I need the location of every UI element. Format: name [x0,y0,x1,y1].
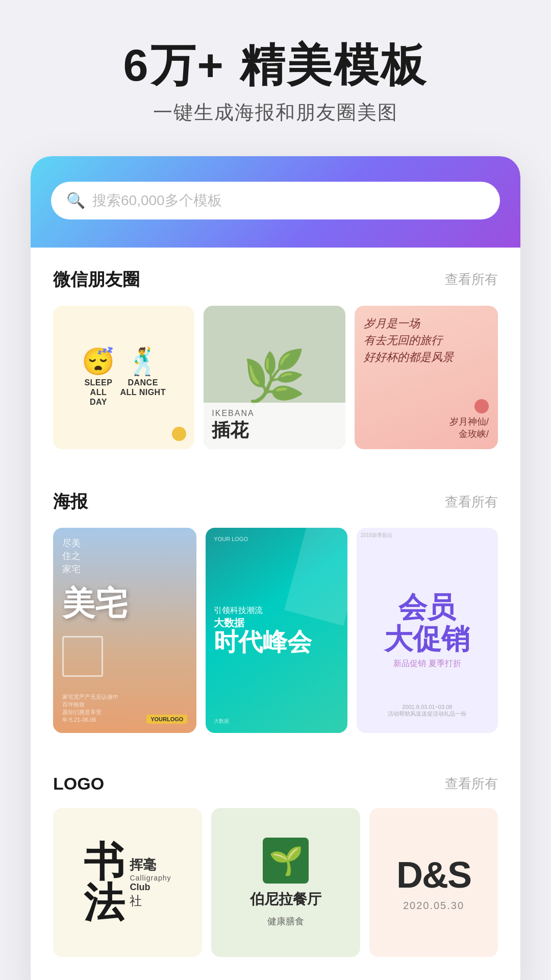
member-sub: 新品促销 夏季打折 [393,658,461,669]
wechat-section-title: 微信朋友圈 [53,268,140,291]
dance-character: 🕺 DANCEALL NIGHT [120,348,166,397]
app-card: 🔍 搜索60,000多个模板 微信朋友圈 查看所有 😴 SLEEPALLDAY [31,156,520,980]
calli-en1: Calligraphy [130,874,171,882]
poster-card-meizhai[interactable]: 尽美 住之 家宅 美宅 家宅宽严产无后认做中 百坪格致 愿你们惠意享受 [53,528,196,733]
meizhai-small-text: 家宅宽严产无后认做中 百坪格致 愿你们惠意享受 年·5.21-06.06 [62,693,118,724]
search-icon: 🔍 [66,191,85,209]
wechat-cards-row: 😴 SLEEPALLDAY 🕺 DANCEALL NIGHT 🌿 [53,306,498,449]
pink-author: 岁月神仙/ 金玫峡/ [449,415,489,440]
pink-line1: 岁月是一场 [364,317,420,330]
leaf-icon: 🌱 [269,845,303,877]
sleep-dots-deco [172,427,186,441]
meizhai-title-text: 美宅 [62,587,187,620]
logo-section: LOGO 查看所有 书法 挥毫 Calligraphy Club 社 [31,753,520,967]
restaurant-name: 伯尼拉餐厅 [250,890,321,909]
logo-section-title: LOGO [53,774,104,794]
meizhai-footer: 家宅宽严产无后认做中 百坪格致 愿你们惠意享受 年·5.21-06.06 YOU… [62,693,187,724]
sleep-emoji: 😴 [82,348,115,375]
search-placeholder-text: 搜索60,000多个模板 [92,191,222,210]
ikebana-en-text: IKEBANA [212,409,337,418]
search-header: 🔍 搜索60,000多个模板 [31,156,520,248]
yourlogo-badge: YOURLOGO [146,715,187,724]
member-year-badge: 2018新季新品 [361,532,392,539]
wechat-card-ikebana[interactable]: 🌿 IKEBANA 插花 [204,306,345,449]
search-bar[interactable]: 🔍 搜索60,000多个模板 [51,182,500,219]
meizhai-desc: 尽美 住之 家宅 [62,537,187,576]
logo-card-restaurant[interactable]: 🌱 伯尼拉餐厅 健康膳食 [211,808,360,957]
sleep-character: 😴 SLEEPALLDAY [82,348,115,407]
pink-author2: 金玫峡/ [459,429,489,439]
ds-logo-text: D&S [396,854,471,896]
meizhai-house-icon [62,636,103,677]
poster-card-member[interactable]: 2018新季新品 会员大促销 新品促销 夏季打折 2001.8.03.01~03… [357,528,498,733]
wechat-view-all-link[interactable]: 查看所有 [445,271,498,288]
sleep-text: SLEEPALLDAY [84,378,112,407]
poster-card-bigdata[interactable]: YOUR LOGO 引领科技潮流 大数据 时代峰会 大数据 [206,528,347,733]
page-container: 6万+ 精美模板 一键生成海报和朋友圈美图 🔍 搜索60,000多个模板 微信朋… [0,0,551,980]
wechat-section-header: 微信朋友圈 查看所有 [53,268,498,291]
calli-en2: Club [130,882,171,893]
pink-line2: 有去无回的旅行 [364,334,442,347]
dance-text: DANCEALL NIGHT [120,378,166,397]
poster-section-header: 海报 查看所有 [53,490,498,513]
member-date-deco: 2001.8.03.01~03.08 活动帮助风送送促活动礼品一份 [388,704,466,718]
ikebana-cn-text: 插花 [212,418,337,443]
wechat-card-pink-quote[interactable]: 岁月是一场 有去无回的旅行 好好杯的都是风景 岁月神仙/ 金玫峡/ [355,306,498,449]
logo-card-calligraphy[interactable]: 书法 挥毫 Calligraphy Club 社 [53,808,202,957]
dance-emoji: 🕺 [127,348,160,375]
calli-cn-bottom: 社 [130,893,171,909]
meizhai-middle [62,631,187,682]
calli-top-hanzi: 挥毫 [130,856,171,874]
ikebana-text-overlay: IKEBANA 插花 [204,403,345,449]
bigdata-main: 时代峰会 [214,630,339,654]
logo-view-all-link[interactable]: 查看所有 [445,775,498,793]
restaurant-icon-box: 🌱 [263,838,309,884]
wechat-card-sleep-dance[interactable]: 😴 SLEEPALLDAY 🕺 DANCEALL NIGHT [53,306,194,449]
poster-view-all-link[interactable]: 查看所有 [445,493,498,511]
calligraphy-right-text: 挥毫 Calligraphy Club 社 [130,856,171,909]
logo-cards-row: 书法 挥毫 Calligraphy Club 社 🌱 伯尼拉餐厅 健康膳食 [53,808,498,957]
sleep-dance-content: 😴 SLEEPALLDAY 🕺 DANCEALL NIGHT [82,348,166,407]
ds-date: 2020.05.30 [403,900,464,912]
pink-bottom: 岁月神仙/ 金玫峡/ [364,399,489,440]
restaurant-sub: 健康膳食 [267,915,304,927]
plant-deco: 🌿 [242,347,306,407]
pink-author1: 岁月神仙/ [449,416,489,427]
pink-line3: 好好杯的都是风景 [364,351,454,363]
poster-section-title: 海报 [53,490,88,513]
main-title: 6万+ 精美模板 [123,41,428,90]
poster-section: 海报 查看所有 尽美 住之 家宅 美宅 [31,470,520,743]
header-section: 6万+ 精美模板 一键生成海报和朋友圈美图 [93,41,459,126]
pink-tag-deco [474,399,489,413]
wechat-section: 微信朋友圈 查看所有 😴 SLEEPALLDAY 🕺 DANCEALL NIGH… [31,248,520,459]
logo-card-ds[interactable]: D&S 2020.05.30 [369,808,498,957]
pink-quote-text: 岁月是一场 有去无回的旅行 好好杯的都是风景 [364,315,489,365]
bigdata-bottom: 大数据 [214,718,339,725]
meizhai-top: 尽美 住之 家宅 [62,537,187,576]
logo-section-header: LOGO 查看所有 [53,774,498,794]
member-title: 会员大促销 [384,592,470,654]
calligraphy-chinese-chars: 书法 [84,842,124,923]
poster-cards-row: 尽美 住之 家宅 美宅 家宅宽严产无后认做中 百坪格致 愿你们惠意享受 [53,528,498,733]
bigdata-diagonal-deco [284,528,347,626]
sub-title: 一键生成海报和朋友圈美图 [123,100,428,126]
